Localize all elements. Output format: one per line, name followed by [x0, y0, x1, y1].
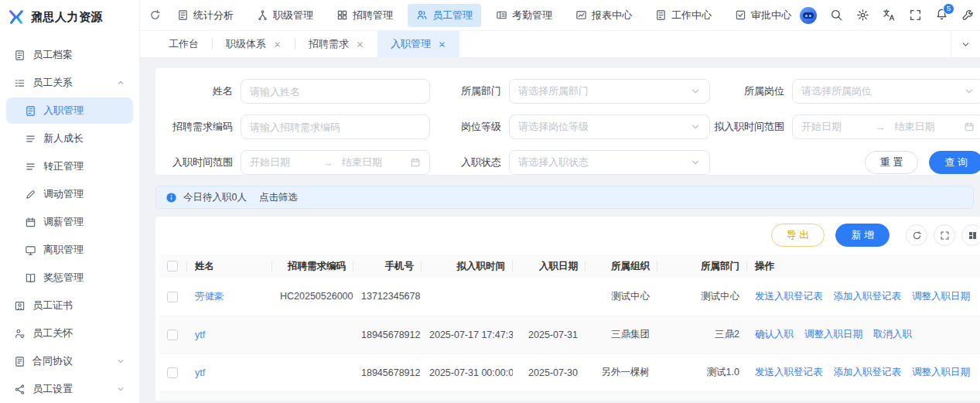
document-icon — [655, 9, 667, 21]
tab-onboarding[interactable]: 入职管理 — [377, 31, 459, 57]
chevron-down-icon — [961, 39, 971, 50]
row-checkbox[interactable] — [167, 292, 178, 302]
sidebar-item-certificates[interactable]: 员工证书 — [6, 292, 133, 319]
tab-label: 职级体系 — [226, 37, 266, 51]
reset-button[interactable]: 重 置 — [865, 151, 919, 174]
sidebar-item-employee-archive[interactable]: 员工档案 — [6, 42, 133, 68]
sidebar-item-onboarding[interactable]: 入职管理 — [6, 97, 133, 124]
action-send-form[interactable]: 发送入职登记表 — [755, 366, 823, 379]
close-icon[interactable] — [438, 40, 446, 49]
sidebar-item-reward-punish[interactable]: 奖惩管理 — [6, 265, 133, 291]
col-header-planned-time: 拟入职时间 — [422, 254, 513, 278]
nav-item-recruitment[interactable]: 招聘管理 — [328, 4, 401, 27]
close-icon[interactable] — [273, 40, 282, 49]
language-icon[interactable] — [883, 9, 896, 22]
sidebar-item-resignation[interactable]: 离职管理 — [6, 237, 133, 263]
sidebar-item-contracts[interactable]: 合同协议 — [6, 348, 133, 374]
sidebar-item-employee-care[interactable]: 员工关怀 — [6, 320, 133, 347]
app-window: 鼐思人力资源 员工档案 员工关系 入职管理 新人成长 转正管理 — [0, 0, 980, 403]
nav-item-job-grade[interactable]: 职级管理 — [248, 4, 322, 27]
action-cancel-entry[interactable]: 取消入职 — [873, 328, 912, 341]
nav-item-label: 统计分析 — [193, 9, 234, 22]
gear-icon[interactable] — [856, 9, 869, 22]
select-all-checkbox[interactable] — [167, 261, 178, 272]
sidebar-item-employee-relations[interactable]: 员工关系 — [6, 70, 133, 96]
tab-job-grade-system[interactable]: 职级体系 — [213, 31, 295, 57]
column-settings-button[interactable] — [961, 224, 980, 246]
action-add-form[interactable]: 添加入职登记表 — [834, 290, 902, 303]
employee-name-link[interactable]: ytf — [195, 367, 205, 378]
sidebar-item-label: 入职管理 — [43, 104, 84, 118]
sidebar-item-probation[interactable]: 转正管理 — [6, 153, 133, 179]
entry-date-range-picker[interactable]: 开始日期 → 结束日期 — [241, 150, 430, 175]
notifications[interactable]: 5 — [935, 8, 948, 23]
sidebar-item-employee-settings[interactable]: 员工设置 — [6, 376, 133, 402]
job-grade-select[interactable]: 请选择岗位等级 — [509, 114, 710, 139]
close-icon[interactable] — [356, 40, 364, 49]
refresh-icon[interactable] — [149, 9, 161, 21]
sidebar-item-salary-adjust[interactable]: 调薪管理 — [6, 209, 133, 235]
filter-name: 姓名 — [155, 79, 430, 104]
search-icon[interactable] — [830, 9, 843, 22]
req-code-input[interactable] — [250, 121, 421, 133]
document-icon — [14, 50, 26, 61]
document-icon — [25, 105, 36, 117]
chevron-up-icon — [116, 78, 125, 87]
status-select[interactable]: 请选择入职状态 — [509, 150, 710, 175]
search-button[interactable]: 查 询 — [929, 151, 980, 174]
chart-icon — [575, 9, 587, 21]
dept-cell: 三鼎2 — [657, 316, 747, 353]
wrench-icon[interactable] — [961, 9, 975, 22]
add-button[interactable]: 新 增 — [835, 224, 890, 247]
action-adjust-date[interactable]: 调整入职日期 — [912, 290, 970, 303]
topbar-actions: 5 — [800, 5, 980, 26]
alert-filter-link[interactable]: 点击筛选 — [259, 191, 298, 204]
brand-title: 鼐思人力资源 — [31, 10, 103, 25]
department-select[interactable]: 请选择所属部门 — [509, 79, 710, 104]
row-checkbox[interactable] — [167, 367, 178, 378]
nav-item-label: 招聘管理 — [353, 9, 393, 22]
employee-name-link[interactable]: ytf — [195, 330, 205, 340]
action-confirm-entry[interactable]: 确认入职 — [755, 328, 794, 341]
name-input[interactable] — [250, 86, 421, 97]
fullscreen-table-button[interactable] — [934, 224, 955, 246]
req-code-cell: HC202505260001 — [272, 278, 353, 316]
export-button[interactable]: 导 出 — [771, 224, 825, 247]
employee-name-link[interactable]: 劳健豪 — [195, 291, 224, 302]
action-send-form[interactable]: 发送入职登记表 — [755, 290, 823, 303]
tab-overflow-button[interactable] — [951, 31, 980, 57]
action-adjust-date[interactable]: 调整入职日期 — [804, 328, 862, 341]
ai-assistant-icon[interactable] — [800, 7, 817, 24]
range-start-placeholder: 开始日期 — [250, 155, 313, 169]
chevron-down-icon — [690, 121, 701, 132]
sidebar-item-transfer[interactable]: 调动管理 — [6, 181, 133, 207]
select-placeholder: 请选择入职状态 — [518, 155, 685, 169]
row-actions: 发送入职登记表 添加入职登记表 调整入职日期 ⋮ — [755, 290, 980, 303]
nav-item-employee-mgmt[interactable]: 员工管理 — [408, 4, 481, 27]
fullscreen-icon[interactable] — [909, 9, 922, 22]
sidebar-item-label: 员工关系 — [32, 76, 73, 90]
nav-item-approval-center[interactable]: 审批中心 — [726, 4, 800, 27]
filter-status: 入职状态 请选择入职状态 — [430, 150, 712, 175]
select-placeholder: 请选择所属部门 — [518, 84, 685, 98]
tab-recruitment-demand[interactable]: 招聘需求 — [295, 31, 377, 57]
name-input-wrap — [241, 79, 430, 104]
tab-workbench[interactable]: 工作台 — [155, 31, 212, 57]
sidebar-item-newcomer-growth[interactable]: 新人成长 — [6, 125, 133, 152]
sidebar-item-label: 调薪管理 — [43, 215, 84, 229]
nav-item-attendance[interactable]: 考勤管理 — [487, 4, 561, 27]
select-placeholder: 请选择所属岗位 — [801, 84, 959, 98]
nav-item-work-center[interactable]: 工作中心 — [647, 4, 720, 27]
action-add-form[interactable]: 添加入职登记表 — [834, 366, 902, 379]
org-cell: 测试中心 — [586, 278, 657, 316]
position-select[interactable]: 请选择所属岗位 — [792, 79, 980, 104]
planned-date-range-picker[interactable]: 开始日期 → 结束日期 — [792, 114, 980, 139]
chevron-down-icon — [964, 86, 975, 97]
refresh-table-button[interactable] — [906, 224, 927, 246]
nav-item-statistics[interactable]: 统计分析 — [169, 4, 242, 27]
nav-item-report-center[interactable]: 报表中心 — [567, 4, 640, 27]
range-arrow-icon: → — [318, 157, 337, 169]
action-adjust-date[interactable]: 调整入职日期 — [912, 366, 970, 379]
row-checkbox[interactable] — [167, 330, 178, 340]
sidebar-menu: 员工档案 员工关系 入职管理 新人成长 转正管理 调动管理 — [0, 34, 139, 402]
